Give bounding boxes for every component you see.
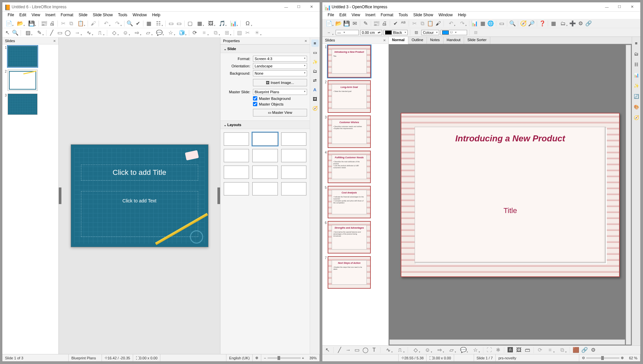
master-slides-tab-icon[interactable]: 🗂 [311, 67, 319, 75]
flowchart-tool[interactable]: ▱ [446, 346, 457, 354]
orientation-select[interactable]: Landscape [253, 63, 307, 69]
slide-thumb-4[interactable]: 4 Fulfilling Customer Needs• Describe th… [324, 151, 387, 183]
symbol-shapes-tool[interactable]: ☺ [422, 346, 433, 354]
transition-tab-icon[interactable]: 🔄 [633, 93, 640, 100]
layout-9[interactable] [281, 166, 306, 179]
navigator-tab-icon[interactable]: 🧭 [311, 105, 319, 112]
insert-av-button[interactable]: 🎵 [217, 20, 227, 27]
paste-button[interactable]: 📋 [427, 20, 434, 27]
maximize-button[interactable]: ☐ [613, 3, 626, 11]
panel-splitter-left[interactable] [59, 187, 61, 204]
points-tool[interactable]: ⛶ [486, 346, 493, 354]
properties-close-icon[interactable]: ✕ [304, 39, 307, 43]
slide-layouts-tab-icon[interactable]: ▭ [311, 49, 319, 56]
new-slide-button[interactable]: ➕ [569, 20, 576, 27]
master-bg-checkbox[interactable] [253, 96, 257, 101]
curve-tool[interactable]: ∿ [83, 29, 94, 36]
status-lang[interactable]: English (UK) [226, 354, 253, 361]
menu-file[interactable]: File [5, 12, 17, 19]
slide-editor[interactable]: Introducing a New Product Title [389, 44, 632, 345]
filter-tool[interactable]: ☀ [252, 29, 262, 36]
master-obj-checkbox[interactable] [253, 102, 257, 106]
minimize-button[interactable]: — [601, 3, 613, 11]
title-placeholder[interactable]: Click to add Title [81, 165, 198, 181]
save-button[interactable]: 💾 [343, 20, 350, 27]
export-pdf-button[interactable]: 📰 [373, 20, 380, 27]
clone-format-button[interactable]: 🖌 [90, 20, 97, 27]
zoom-control[interactable]: −+ [261, 356, 307, 360]
layout-blank[interactable] [224, 132, 249, 146]
ellipse-tool[interactable]: ◯ [64, 29, 71, 36]
menu-tools[interactable]: Tools [116, 12, 130, 19]
menu-slideshow[interactable]: Slide Show [411, 12, 436, 19]
cut-button[interactable]: ✂ [59, 20, 67, 27]
menu-edit[interactable]: Edit [17, 12, 29, 19]
arrow-tool[interactable]: → [72, 29, 83, 36]
layout-6[interactable] [281, 149, 306, 162]
glue-tool[interactable]: ✱ [494, 346, 502, 354]
find-button[interactable]: 🔍 [509, 20, 516, 27]
insert-table-button[interactable]: ▦ [194, 20, 205, 27]
fit-page-icon[interactable]: ⊕ [253, 354, 261, 361]
layout-8[interactable] [252, 166, 278, 179]
close-button[interactable]: ✕ [305, 3, 318, 11]
help-button[interactable]: ❓ [539, 20, 546, 27]
menu-format[interactable]: Format [58, 12, 76, 19]
layout-7[interactable] [224, 166, 249, 179]
connector-tool[interactable]: ⎍ [395, 346, 405, 354]
zoom-button[interactable]: 🔎 [528, 20, 535, 27]
slide-thumb-2[interactable]: 2 [4, 70, 57, 91]
3d-tool[interactable]: 🧊 [177, 29, 187, 36]
insert-chart-button[interactable]: 📊 [228, 20, 239, 27]
slide-section-header[interactable]: Slide [220, 44, 310, 53]
layouts-tab-icon[interactable]: ☷ [633, 61, 640, 68]
spellcheck-button[interactable]: ✔ [134, 20, 141, 27]
line-width-field[interactable]: 0.00 cm▴▾ [360, 30, 382, 35]
ellipse-tool[interactable]: ◯ [362, 346, 369, 354]
interaction-button[interactable]: 🔗 [585, 20, 592, 27]
new-button[interactable]: 📄 [324, 20, 334, 27]
undo-button[interactable]: ↶ [445, 20, 456, 27]
rect-tool[interactable]: ▭ [56, 29, 63, 36]
status-zoom[interactable]: 62 % [626, 354, 640, 361]
gallery-tool[interactable]: 🗃 [524, 346, 531, 354]
save-button[interactable]: 💾 [26, 20, 37, 27]
shadow-tool[interactable]: ▧ [236, 29, 243, 36]
menu-slideshow[interactable]: Slide Show [90, 12, 116, 19]
select-tool[interactable]: ↖ [324, 346, 331, 354]
close-button[interactable]: ✕ [626, 3, 638, 11]
slideshow-button[interactable]: ▭ [498, 20, 505, 27]
spellcheck-button[interactable]: ✔ [392, 20, 399, 27]
slide-thumb-3[interactable]: 3 Customer Wishes• Describe customer nee… [324, 115, 387, 148]
export-pdf-button[interactable]: 📰 [40, 20, 48, 27]
tab-normal[interactable]: Normal [389, 37, 408, 44]
insert-special-button[interactable]: Ω [242, 20, 253, 27]
copy-button[interactable]: ⧉ [67, 20, 75, 27]
line-tool[interactable]: ╱ [336, 346, 343, 354]
rotate-tool[interactable]: ⟳ [536, 346, 543, 354]
gallery-tab-icon[interactable]: 🖼 [311, 95, 319, 103]
insert-image-button[interactable]: 🖼 Insert Image... [253, 79, 307, 86]
zoom-tool[interactable]: 🔍 [12, 29, 19, 36]
line-tool[interactable]: ╱ [48, 29, 55, 36]
navigator-button[interactable]: 🧭 [520, 20, 527, 27]
curve-tool[interactable]: ∿ [383, 346, 393, 354]
line-color-button[interactable]: ✎ [34, 29, 44, 36]
menu-format[interactable]: Format [378, 12, 396, 19]
layout-5[interactable] [252, 149, 278, 162]
zoom-control[interactable]: ⊖⊕ [579, 356, 626, 360]
animation-tab-icon[interactable]: ✨ [311, 58, 319, 65]
slide-thumb-2[interactable]: 2 Long-term Goal• State the intended goa… [324, 80, 387, 113]
navigator-tab-icon[interactable]: 🧭 [633, 114, 640, 121]
slide-editor[interactable]: Click to add Title Click to add Text [59, 37, 220, 354]
print-button[interactable]: 🖨 [48, 20, 56, 27]
properties-tab-icon[interactable]: ≡ [311, 39, 319, 47]
insert-textbox-button[interactable]: ▢ [186, 20, 194, 27]
fill-color-select[interactable]: ☐ [441, 30, 467, 35]
slides-panel-close-icon[interactable]: ✕ [383, 38, 386, 42]
table-design-tab-icon[interactable]: 📊 [633, 71, 640, 79]
basic-shapes-tool[interactable]: ◇ [410, 346, 421, 354]
copy-button[interactable]: ⧉ [419, 20, 426, 27]
background-select[interactable]: None [253, 70, 307, 76]
shadow-button[interactable]: ▧ [472, 29, 479, 36]
